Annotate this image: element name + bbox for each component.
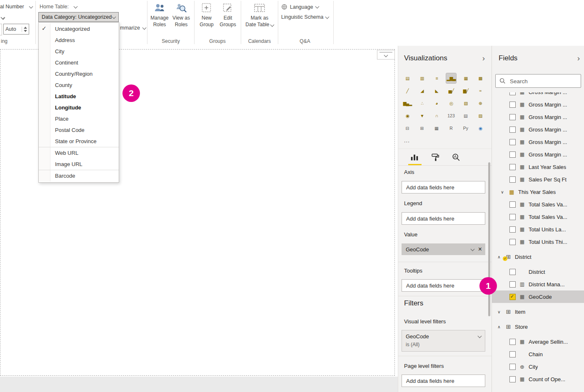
edit-groups-button[interactable]: Edit Groups bbox=[217, 2, 239, 28]
default-summarize-partial[interactable]: mmarize bbox=[120, 25, 146, 31]
waterfall-chart-icon[interactable]: ▆▄▂ bbox=[402, 98, 412, 108]
data-category-menu-item[interactable]: Barcode bbox=[39, 170, 119, 181]
value-field-pill[interactable]: GeoCode bbox=[402, 243, 485, 255]
data-category-menu-item[interactable]: Postal Code bbox=[39, 124, 119, 136]
visual-options-dropdown[interactable] bbox=[377, 50, 395, 60]
100-stacked-bar-chart-icon[interactable]: ▦ bbox=[461, 73, 471, 83]
python-icon[interactable]: Py bbox=[461, 123, 471, 133]
tab-analytics[interactable] bbox=[451, 152, 462, 163]
filter-expand-chevron-icon[interactable] bbox=[478, 334, 482, 338]
filled-map-icon[interactable]: ◉ bbox=[402, 111, 412, 121]
field-row[interactable]: Item bbox=[492, 305, 584, 318]
data-category-menu-item[interactable]: County bbox=[39, 79, 119, 91]
fields-search-input[interactable] bbox=[509, 75, 577, 88]
expand-chevron-icon[interactable] bbox=[496, 310, 502, 314]
data-category-menu-item[interactable]: Address bbox=[39, 35, 119, 46]
field-options-chevron-icon[interactable] bbox=[470, 247, 474, 251]
field-row[interactable]: This Year Sales bbox=[492, 186, 584, 198]
data-category-menu-item[interactable]: State or Province bbox=[39, 136, 119, 147]
data-category-menu-item[interactable]: Latitude bbox=[39, 91, 119, 102]
field-row[interactable]: Gross Margin ... bbox=[492, 111, 584, 123]
field-checkbox[interactable] bbox=[509, 214, 516, 220]
funnel-chart-icon[interactable]: ▼ bbox=[417, 111, 427, 121]
new-group-button[interactable]: New Group bbox=[196, 2, 217, 28]
line-and-clustered-column-chart-icon[interactable]: ▆╱ bbox=[461, 86, 471, 96]
ribbon-chart-icon[interactable]: ≈ bbox=[475, 86, 485, 96]
data-category-menu-item[interactable]: Image URL bbox=[39, 159, 119, 170]
treemap-icon[interactable]: ▧ bbox=[461, 98, 471, 108]
view-as-roles-button[interactable]: View as Roles bbox=[170, 2, 192, 28]
field-checkbox[interactable] bbox=[509, 127, 516, 133]
field-row[interactable]: District bbox=[492, 265, 584, 278]
field-checkbox[interactable] bbox=[509, 139, 516, 145]
clustered-bar-chart-icon[interactable]: ≡ bbox=[432, 73, 442, 83]
field-checkbox[interactable] bbox=[509, 239, 516, 245]
field-checkbox[interactable] bbox=[509, 294, 516, 300]
tab-format[interactable] bbox=[430, 152, 441, 163]
map-icon[interactable]: ⊕ bbox=[475, 98, 485, 108]
expand-chevron-icon[interactable] bbox=[496, 255, 502, 259]
tab-fields[interactable] bbox=[409, 152, 420, 163]
table-icon[interactable]: ⊞ bbox=[417, 123, 427, 133]
data-category-menu-item[interactable]: Place bbox=[39, 113, 119, 124]
field-row[interactable]: Last Year Sales bbox=[492, 161, 584, 173]
data-category-menu-item[interactable]: Web URL bbox=[39, 147, 119, 159]
field-checkbox[interactable] bbox=[509, 364, 516, 370]
multi-row-card-icon[interactable]: ▤ bbox=[461, 111, 471, 121]
field-row[interactable]: Total Units Thi... bbox=[492, 236, 584, 248]
clustered-column-chart-icon[interactable]: ▂▆▃ bbox=[446, 73, 456, 83]
decimal-places-stepper[interactable]: Auto bbox=[3, 24, 29, 35]
gauge-icon[interactable]: ∩ bbox=[432, 111, 442, 121]
tooltips-field-well[interactable]: Add data fields here bbox=[402, 279, 485, 292]
field-row[interactable]: Total Sales Va... bbox=[492, 198, 584, 211]
line-and-stacked-column-chart-icon[interactable]: ▅╱ bbox=[446, 86, 456, 96]
field-row[interactable]: District bbox=[492, 251, 584, 263]
field-row[interactable]: Total Sales Va... bbox=[492, 211, 584, 223]
axis-field-well[interactable]: Add data fields here bbox=[402, 181, 485, 194]
data-type-dropdown-partial[interactable]: al Number bbox=[0, 4, 32, 10]
data-category-menu-item[interactable]: Continent bbox=[39, 57, 119, 68]
data-category-menu-item[interactable]: Uncategorized bbox=[39, 23, 119, 35]
field-row[interactable]: Gross Margin ... bbox=[492, 136, 584, 148]
home-table-dropdown[interactable]: Home Table: bbox=[40, 4, 77, 10]
field-row[interactable]: City bbox=[492, 360, 584, 373]
stepper-arrows-icon[interactable] bbox=[22, 27, 27, 32]
collapse-fields-chevron-icon[interactable] bbox=[575, 54, 582, 62]
100-stacked-column-chart-icon[interactable]: ▩ bbox=[475, 73, 485, 83]
stacked-column-chart-icon[interactable]: ▥ bbox=[417, 73, 427, 83]
field-checkbox[interactable] bbox=[509, 351, 516, 357]
scatter-chart-icon[interactable]: ∴ bbox=[417, 98, 427, 108]
stacked-bar-chart-icon[interactable]: ▤ bbox=[402, 73, 412, 83]
matrix-icon[interactable]: ▦ bbox=[432, 123, 442, 133]
field-row[interactable]: Sales Per Sq Ft bbox=[492, 173, 584, 186]
expand-chevron-icon[interactable] bbox=[496, 325, 502, 329]
expand-chevron-icon[interactable] bbox=[499, 190, 505, 194]
field-checkbox[interactable] bbox=[509, 376, 516, 382]
field-row[interactable]: Chain bbox=[492, 348, 584, 360]
field-checkbox[interactable] bbox=[509, 102, 516, 108]
field-checkbox[interactable] bbox=[509, 339, 516, 345]
data-category-dropdown[interactable]: Data Category: Uncategorized bbox=[38, 12, 119, 22]
collapse-visualizations-chevron-icon[interactable] bbox=[480, 54, 487, 62]
field-row[interactable]: GeoCode bbox=[492, 290, 584, 303]
data-category-menu-item[interactable]: Longitude bbox=[39, 102, 119, 113]
linguistic-schema-dropdown[interactable]: Linguistic Schema bbox=[281, 14, 329, 20]
card-icon[interactable]: 123 bbox=[446, 111, 456, 121]
arcgis-map-icon[interactable]: ◉ bbox=[475, 123, 485, 133]
more-visuals-button[interactable]: ... bbox=[404, 137, 410, 144]
manage-roles-button[interactable]: Manage Roles bbox=[149, 2, 170, 28]
visual-filter-card[interactable]: GeoCode is (All) bbox=[402, 330, 485, 352]
mark-as-date-table-button[interactable]: Mark as Date Table bbox=[245, 2, 274, 28]
field-checkbox[interactable] bbox=[509, 114, 516, 120]
field-row[interactable]: Total Units La... bbox=[492, 223, 584, 236]
field-row[interactable]: Count of Ope... bbox=[492, 373, 584, 385]
r-script-icon[interactable]: R bbox=[446, 123, 456, 133]
page-level-filter-well[interactable]: Add data fields here bbox=[402, 375, 485, 387]
area-chart-icon[interactable]: ◢ bbox=[417, 86, 427, 96]
legend-field-well[interactable]: Add data fields here bbox=[402, 212, 485, 225]
line-chart-icon[interactable]: ╱ bbox=[402, 86, 412, 96]
field-checkbox[interactable] bbox=[509, 176, 516, 183]
field-checkbox[interactable] bbox=[509, 151, 516, 158]
field-row[interactable]: Gross Margin ... bbox=[492, 92, 584, 98]
field-checkbox[interactable] bbox=[509, 201, 516, 208]
